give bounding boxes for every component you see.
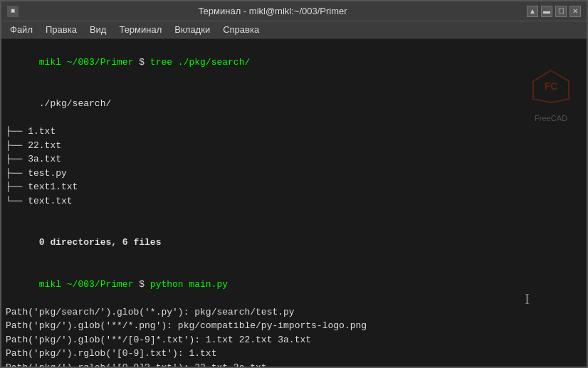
i-beam-cursor: I (525, 288, 530, 310)
terminal-line-5: ├── test.py (6, 167, 582, 181)
terminal-line-9: 0 directories, 6 files (6, 222, 582, 264)
terminal-window: ■ Терминал - mikl@mikl:~/003/Primer ▲ ▬ … (0, 0, 588, 368)
window-icon: ■ (7, 6, 19, 17)
menu-terminal[interactable]: Терминал (113, 23, 167, 36)
cmd-text-0: tree ./pkg/search/ (150, 57, 250, 68)
terminal-line-11: Path('pkg/search/').glob('*.py'): pkg/se… (6, 305, 582, 320)
title-bar: ■ Терминал - mikl@mikl:~/003/Primer ▲ ▬ … (1, 1, 587, 21)
title-bar-left: ■ (7, 6, 19, 17)
terminal-line-3: ├── 22.txt (6, 139, 582, 153)
menu-help[interactable]: Справка (217, 23, 265, 36)
terminal-line-2: ├── 1.txt (6, 125, 582, 139)
menu-view[interactable]: Вид (84, 23, 112, 36)
window-btn-close[interactable]: ✕ (569, 6, 581, 17)
prompt-10: mikl ~/003/Primer (39, 279, 134, 290)
terminal-line-0: mikl ~/003/Primer $ tree ./pkg/search/ (6, 41, 582, 83)
terminal-line-14: Path('pkg/').rglob('[0-9].txt'): 1.txt (6, 347, 582, 361)
terminal-line-8 (6, 208, 582, 222)
terminal-line-4: ├── 3a.txt (6, 152, 582, 167)
window-btn-maximize[interactable]: ☐ (555, 6, 567, 17)
freecad-watermark: FC FreeCAD (530, 67, 572, 124)
terminal-line-13: Path('pkg/').glob('**/[0-9]*.txt'): 1.tx… (6, 333, 582, 347)
menu-edit[interactable]: Правка (40, 23, 83, 36)
terminal-line-12: Path('pkg/').glob('**/*.png'): pkg/compa… (6, 319, 582, 333)
window-title: Терминал - mikl@mikl:~/003/Primer (19, 6, 527, 16)
window-btn-minimize[interactable]: ▬ (541, 6, 552, 17)
window-btn-up[interactable]: ▲ (527, 6, 538, 17)
terminal-line-7: └── text.txt (6, 194, 582, 209)
menu-file[interactable]: Файл (4, 23, 38, 36)
menu-tabs[interactable]: Вкладки (169, 23, 216, 36)
svg-text:FC: FC (545, 80, 558, 92)
menu-bar: Файл Правка Вид Терминал Вкладки Справка (1, 21, 587, 38)
terminal-line-6: ├── text1.txt (6, 180, 582, 194)
prompt-0: mikl ~/003/Primer (39, 57, 134, 68)
terminal-line-10: mikl ~/003/Primer $ python main.py (6, 263, 582, 305)
cmd-0: $ (133, 57, 149, 68)
freecad-label: FreeCAD (530, 112, 572, 125)
terminal-output[interactable]: mikl ~/003/Primer $ tree ./pkg/search/ .… (1, 38, 587, 367)
freecad-logo-icon: FC (530, 67, 572, 106)
terminal-line-1: ./pkg/search/ (6, 83, 582, 125)
terminal-line-15: Path('pkg/').rglob('[0-9]?.txt'): 22.txt… (6, 361, 582, 367)
window-controls: ▲ ▬ ☐ ✕ (527, 6, 581, 17)
